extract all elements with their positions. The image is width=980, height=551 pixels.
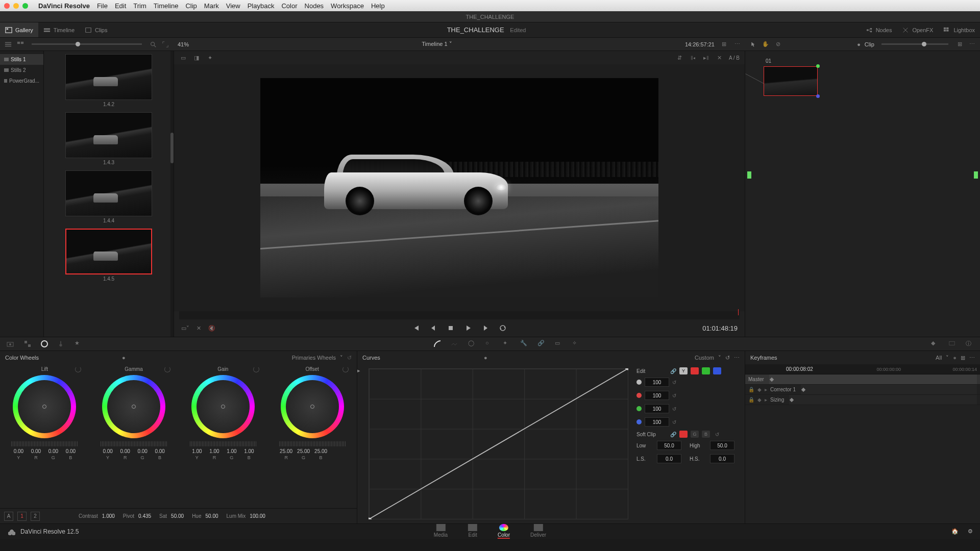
- log-icon[interactable]: ★: [75, 340, 83, 348]
- master-jog[interactable]: [101, 441, 167, 446]
- color-match-icon[interactable]: [23, 340, 32, 348]
- reset-icon[interactable]: [342, 366, 349, 372]
- scrollbar[interactable]: [170, 51, 174, 337]
- window-traffic-lights[interactable]: [4, 3, 28, 9]
- ab-label[interactable]: A / B: [729, 55, 740, 61]
- clip-slider[interactable]: [881, 43, 948, 45]
- options-icon[interactable]: ⋯: [733, 40, 741, 48]
- wheels-mode[interactable]: Primaries Wheels: [292, 355, 336, 361]
- intensity-g-icon[interactable]: [636, 406, 642, 411]
- reset-icon[interactable]: [253, 366, 259, 372]
- tab-clips[interactable]: Clips: [80, 22, 112, 37]
- curves-tab-icon[interactable]: [433, 340, 442, 348]
- menu-help[interactable]: Help: [371, 2, 385, 10]
- lift-wheel[interactable]: Lift 0.000.000.000.00 YRGB: [0, 364, 89, 508]
- next-still-icon[interactable]: ▸⦀: [702, 54, 710, 62]
- tab-nodes[interactable]: Nodes: [861, 22, 897, 37]
- first-frame-icon[interactable]: [412, 324, 420, 332]
- reset-icon[interactable]: ↺: [672, 380, 676, 385]
- zoom-icon[interactable]: [22, 3, 28, 9]
- color-wheels-icon[interactable]: [41, 340, 48, 347]
- channel-b[interactable]: [713, 367, 721, 374]
- sat-value[interactable]: 50.00: [171, 513, 184, 519]
- node-source-icon[interactable]: [747, 171, 751, 179]
- nodes-pane[interactable]: 01: [745, 51, 980, 337]
- kf-lane-master[interactable]: Master: [745, 374, 980, 385]
- still-item[interactable]: 1.4.3: [65, 112, 152, 165]
- wipe-reset-icon[interactable]: ✕: [716, 54, 724, 62]
- reset-icon[interactable]: ↺: [672, 419, 676, 425]
- softclip-r[interactable]: [679, 431, 688, 438]
- tab-lightbox[interactable]: Lightbox: [938, 22, 980, 37]
- menu-file[interactable]: File: [97, 2, 108, 10]
- menu-nodes[interactable]: Nodes: [305, 2, 324, 10]
- kf-expand-icon[interactable]: ⊞: [961, 355, 965, 361]
- expand-icon[interactable]: ▸: [765, 387, 767, 392]
- image-wipe-icon[interactable]: ▭: [179, 54, 187, 62]
- auto-balance-button[interactable]: A: [4, 512, 13, 521]
- lummix-value[interactable]: 100.00: [250, 513, 265, 519]
- camera-raw-icon[interactable]: [6, 340, 14, 348]
- viewer-zoom[interactable]: 41%: [178, 41, 189, 47]
- expand-icon[interactable]: ▸: [765, 397, 767, 403]
- page-media[interactable]: Media: [434, 524, 448, 539]
- bypass-icon[interactable]: ✕: [194, 324, 203, 332]
- wheels-reset-icon[interactable]: ↺: [347, 355, 352, 361]
- menu-mark[interactable]: Mark: [204, 2, 219, 10]
- album-powergrades[interactable]: PowerGrad...: [0, 76, 43, 86]
- timeline-name[interactable]: Timeline 1 ˅: [422, 41, 452, 47]
- gamma-wheel[interactable]: Gamma 0.000.000.000.00 YRGB: [89, 364, 179, 508]
- link-icon[interactable]: 🔗: [670, 432, 676, 437]
- key-icon[interactable]: 🔗: [537, 340, 546, 348]
- next-frame-icon[interactable]: [481, 324, 489, 332]
- tab-gallery[interactable]: Gallery: [0, 22, 38, 37]
- highlight-icon[interactable]: ✦: [206, 54, 214, 62]
- keyframes-tab-icon[interactable]: ◆: [931, 340, 939, 348]
- still-item[interactable]: 1.4.4: [65, 170, 152, 223]
- master-jog[interactable]: [11, 441, 78, 446]
- page-two-button[interactable]: 2: [31, 512, 40, 521]
- thumb-view-icon[interactable]: [16, 40, 24, 48]
- split-icon[interactable]: ◨: [192, 54, 201, 62]
- softclip-high[interactable]: 50.0: [710, 441, 734, 450]
- tab-timeline[interactable]: Timeline: [38, 22, 80, 37]
- page-edit[interactable]: Edit: [468, 524, 477, 539]
- softclip-b[interactable]: B: [702, 431, 710, 438]
- clip-label[interactable]: Clip: [865, 41, 874, 47]
- loop-icon[interactable]: [499, 324, 507, 332]
- prev-still-icon[interactable]: ⦀◂: [689, 54, 697, 62]
- search-icon[interactable]: [149, 40, 157, 48]
- tab-openfx[interactable]: OpenFX: [897, 22, 938, 37]
- stop-icon[interactable]: [447, 324, 455, 332]
- prev-frame-icon[interactable]: [429, 324, 437, 332]
- master-jog[interactable]: [279, 441, 346, 446]
- curves-options-icon[interactable]: ⋯: [734, 355, 740, 361]
- kf-lane-corrector[interactable]: 🔒◆▸ Corrector 1: [745, 385, 980, 395]
- channel-y[interactable]: Y: [679, 367, 688, 374]
- kf-ruler[interactable]: 00:00:08:02 00:00:00:00 00:00:00:14: [745, 364, 980, 374]
- softclip-ls[interactable]: 0.0: [657, 454, 681, 463]
- channel-r[interactable]: [691, 367, 699, 374]
- menu-edit[interactable]: Edit: [115, 2, 126, 10]
- hue-value[interactable]: 50.00: [206, 513, 218, 519]
- expand-nodes-icon[interactable]: ⊞: [955, 40, 964, 48]
- kf-options-icon[interactable]: ⋯: [969, 355, 975, 361]
- album-stills-2[interactable]: Stills 2: [0, 65, 43, 76]
- sizing-icon[interactable]: ▭: [555, 340, 563, 348]
- menu-timeline[interactable]: Timeline: [154, 2, 179, 10]
- reset-icon[interactable]: ↺: [672, 393, 676, 398]
- list-view-icon[interactable]: [4, 40, 12, 48]
- still-item[interactable]: 1.4.5: [65, 229, 152, 282]
- menu-trim[interactable]: Trim: [133, 2, 146, 10]
- menu-color[interactable]: Color: [281, 2, 297, 10]
- node-01[interactable]: [764, 66, 818, 96]
- page-color[interactable]: Color: [498, 524, 510, 539]
- reset-icon[interactable]: ↺: [672, 406, 676, 412]
- menu-playback[interactable]: Playback: [248, 2, 275, 10]
- kf-lane-sizing[interactable]: 🔒◆▸ Sizing: [745, 395, 980, 405]
- project-settings-icon[interactable]: ⚙: [968, 528, 973, 535]
- page-one-button[interactable]: 1: [17, 512, 27, 521]
- reset-icon[interactable]: [164, 366, 170, 372]
- stereo-icon[interactable]: ✧: [572, 340, 580, 348]
- viewer-image[interactable]: [174, 64, 745, 311]
